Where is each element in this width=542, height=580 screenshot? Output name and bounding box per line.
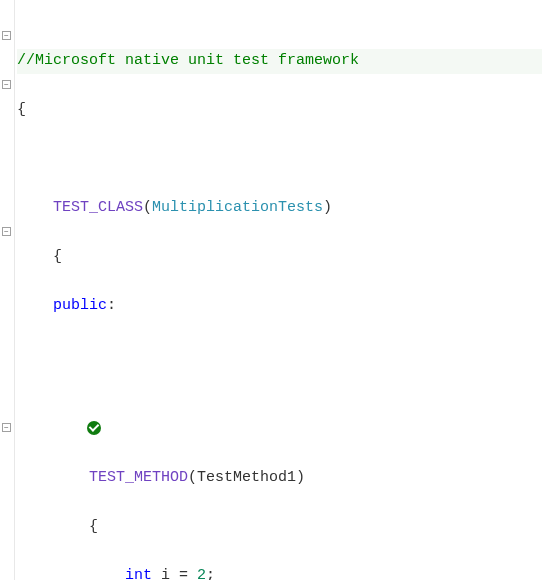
blank-line bbox=[17, 147, 542, 172]
brace: { bbox=[53, 248, 62, 265]
paren: ) bbox=[296, 469, 305, 486]
fold-toggle[interactable]: − bbox=[2, 80, 11, 89]
paren: ) bbox=[323, 199, 332, 216]
brace: { bbox=[89, 518, 98, 535]
test-pass-icon bbox=[87, 421, 101, 435]
fold-toggle[interactable]: − bbox=[2, 31, 11, 40]
literal: 2 bbox=[197, 567, 206, 581]
op-eq: = bbox=[170, 567, 197, 581]
paren: ( bbox=[188, 469, 197, 486]
gutter: − − − − bbox=[0, 0, 15, 580]
method-name: TestMethod1 bbox=[197, 469, 296, 486]
paren: ( bbox=[143, 199, 152, 216]
semicolon: ; bbox=[206, 567, 215, 581]
var-i: i bbox=[161, 567, 170, 581]
code-editor[interactable]: − − − − //Microsoft native unit test fra… bbox=[0, 0, 542, 580]
brace: { bbox=[17, 101, 26, 118]
keyword-public: public bbox=[53, 297, 107, 314]
macro-test-method: TEST_METHOD bbox=[89, 469, 188, 486]
keyword-int: int bbox=[125, 567, 152, 581]
colon: : bbox=[107, 297, 116, 314]
fold-toggle[interactable]: − bbox=[2, 227, 11, 236]
macro-test-class: TEST_CLASS bbox=[53, 199, 143, 216]
blank-line bbox=[17, 343, 542, 368]
class-name: MultiplicationTests bbox=[152, 199, 323, 216]
fold-toggle[interactable]: − bbox=[2, 423, 11, 432]
comment-text: //Microsoft native unit test framework bbox=[17, 52, 359, 69]
code-area[interactable]: //Microsoft native unit test framework {… bbox=[15, 0, 542, 580]
